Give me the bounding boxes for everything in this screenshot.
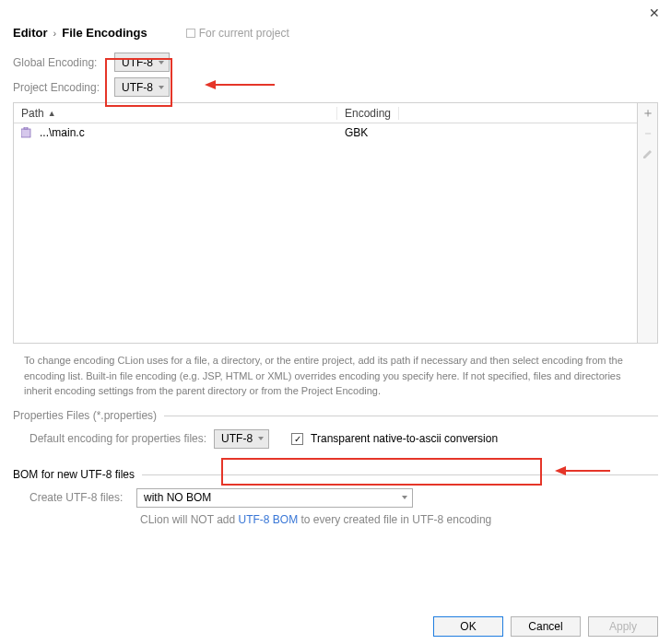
default-encoding-dropdown[interactable]: UTF-8 [214, 429, 269, 449]
global-encoding-value: UTF-8 [122, 56, 153, 69]
table-header: Path ▲ Encoding [14, 103, 637, 123]
default-encoding-label: Default encoding for properties files: [29, 432, 206, 445]
remove-button: － [638, 123, 658, 144]
dialog-buttons: OK Cancel Apply [433, 616, 658, 637]
global-encoding-dropdown[interactable]: UTF-8 [114, 53, 170, 72]
ok-button[interactable]: OK [433, 616, 503, 637]
project-scope-icon [186, 29, 195, 38]
help-text: To change encoding CLion uses for a file… [13, 344, 658, 408]
column-path[interactable]: Path ▲ [14, 107, 337, 120]
project-encoding-dropdown[interactable]: UTF-8 [114, 77, 170, 97]
apply-button: Apply [588, 616, 658, 637]
cancel-button[interactable]: Cancel [511, 616, 581, 637]
row-path: ...\main.c [40, 126, 85, 139]
chevron-down-icon [258, 437, 264, 440]
c-file-icon [21, 127, 34, 138]
project-encoding-label: Project Encoding: [13, 81, 107, 94]
transparent-checkbox[interactable]: ✓ [291, 433, 303, 445]
chevron-right-icon: › [53, 28, 57, 39]
close-icon[interactable]: ✕ [649, 6, 660, 20]
scope-text: For current project [199, 27, 289, 40]
column-encoding-label: Encoding [345, 107, 391, 120]
create-utf8-value: with NO BOM [144, 491, 211, 504]
edit-button [638, 144, 658, 164]
sort-asc-icon: ▲ [48, 109, 56, 118]
breadcrumb: Editor › File Encodings For current proj… [13, 26, 658, 40]
encoding-table: Path ▲ Encoding ...\main.c [13, 102, 658, 344]
bom-hint-pre: CLion will NOT add [140, 513, 239, 526]
breadcrumb-file-encodings: File Encodings [62, 26, 147, 40]
table-empty-area [14, 142, 637, 343]
add-button[interactable]: ＋ [638, 103, 658, 123]
chevron-down-icon [402, 496, 407, 499]
default-encoding-value: UTF-8 [221, 432, 253, 445]
transparent-label[interactable]: Transparent native-to-ascii conversion [311, 432, 498, 445]
table-tools: ＋ － [637, 103, 657, 343]
column-encoding[interactable]: Encoding [337, 107, 399, 120]
table-row[interactable]: ...\main.c GBK [14, 123, 637, 142]
breadcrumb-editor[interactable]: Editor [13, 26, 48, 40]
row-encoding: GBK [345, 126, 368, 139]
properties-legend: Properties Files (*.properties) [13, 409, 164, 422]
svg-rect-0 [21, 129, 30, 137]
chevron-down-icon [159, 61, 164, 64]
chevron-down-icon [159, 86, 164, 89]
create-utf8-label: Create UTF-8 files: [29, 491, 129, 504]
create-utf8-dropdown[interactable]: with NO BOM [136, 488, 413, 508]
bom-legend: BOM for new UTF-8 files [13, 468, 142, 481]
utf8-bom-link[interactable]: UTF-8 BOM [239, 513, 299, 526]
bom-fieldset: BOM for new UTF-8 files Create UTF-8 fil… [13, 474, 658, 530]
svg-rect-1 [24, 127, 28, 129]
bom-hint: CLion will NOT add UTF-8 BOM to every cr… [140, 513, 658, 526]
scope-label: For current project [186, 27, 289, 40]
column-path-label: Path [21, 107, 44, 120]
bom-hint-post: to every created file in UTF-8 encoding [298, 513, 491, 526]
project-encoding-value: UTF-8 [122, 81, 153, 94]
properties-fieldset: Properties Files (*.properties) Default … [13, 416, 658, 458]
global-encoding-label: Global Encoding: [13, 56, 107, 69]
